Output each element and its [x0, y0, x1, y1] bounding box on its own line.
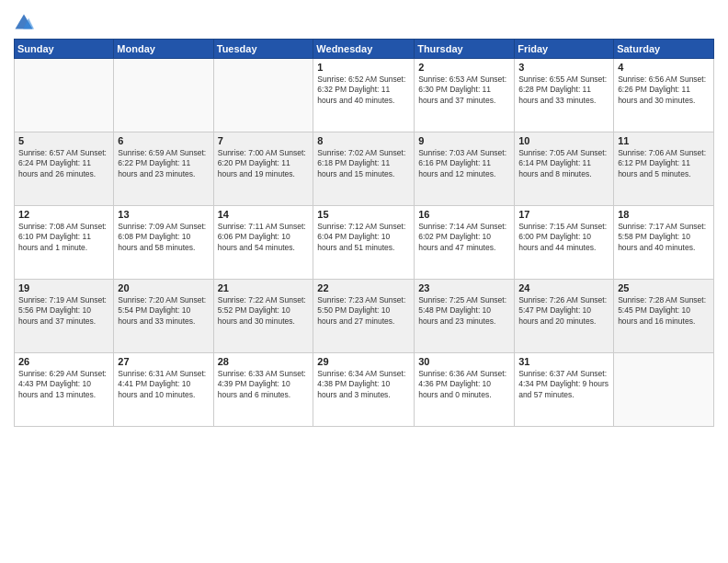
- day-number: 22: [317, 282, 410, 293]
- logo-icon: [14, 13, 34, 33]
- day-number: 18: [618, 209, 710, 220]
- table-row: [213, 59, 313, 132]
- day-number: 4: [618, 62, 710, 73]
- table-row: 21Sunrise: 7:22 AM Sunset: 5:52 PM Dayli…: [213, 280, 313, 353]
- day-number: 11: [618, 135, 710, 146]
- calendar-row-2: 12Sunrise: 7:08 AM Sunset: 6:10 PM Dayli…: [15, 206, 714, 280]
- day-info: Sunrise: 6:56 AM Sunset: 6:26 PM Dayligh…: [618, 75, 710, 106]
- weekday-header-row: SundayMondayTuesdayWednesdayThursdayFrid…: [15, 40, 714, 59]
- table-row: 1Sunrise: 6:52 AM Sunset: 6:32 PM Daylig…: [313, 59, 415, 132]
- weekday-header-thursday: Thursday: [415, 40, 515, 59]
- day-info: Sunrise: 6:34 AM Sunset: 4:38 PM Dayligh…: [317, 369, 410, 400]
- table-row: 24Sunrise: 7:26 AM Sunset: 5:47 PM Dayli…: [515, 280, 614, 353]
- table-row: [15, 59, 114, 132]
- day-number: 27: [118, 356, 209, 367]
- table-row: 12Sunrise: 7:08 AM Sunset: 6:10 PM Dayli…: [15, 206, 114, 280]
- day-number: 24: [518, 282, 609, 293]
- weekday-header-monday: Monday: [114, 40, 213, 59]
- table-row: 26Sunrise: 6:29 AM Sunset: 4:43 PM Dayli…: [15, 353, 114, 427]
- day-number: 28: [218, 356, 310, 367]
- day-info: Sunrise: 7:03 AM Sunset: 6:16 PM Dayligh…: [418, 148, 510, 179]
- weekday-header-saturday: Saturday: [614, 40, 714, 59]
- day-number: 12: [18, 209, 109, 220]
- day-number: 31: [518, 356, 609, 367]
- day-info: Sunrise: 6:36 AM Sunset: 4:36 PM Dayligh…: [418, 369, 510, 400]
- day-number: 2: [418, 62, 510, 73]
- day-number: 23: [418, 282, 510, 293]
- table-row: 31Sunrise: 6:37 AM Sunset: 4:34 PM Dayli…: [515, 353, 614, 427]
- day-info: Sunrise: 6:31 AM Sunset: 4:41 PM Dayligh…: [118, 369, 209, 400]
- day-info: Sunrise: 6:55 AM Sunset: 6:28 PM Dayligh…: [518, 75, 609, 106]
- day-info: Sunrise: 7:09 AM Sunset: 6:08 PM Dayligh…: [118, 222, 209, 253]
- table-row: 23Sunrise: 7:25 AM Sunset: 5:48 PM Dayli…: [415, 280, 515, 353]
- weekday-header-wednesday: Wednesday: [313, 40, 415, 59]
- table-row: 6Sunrise: 6:59 AM Sunset: 6:22 PM Daylig…: [114, 132, 213, 206]
- table-row: [114, 59, 213, 132]
- table-row: 7Sunrise: 7:00 AM Sunset: 6:20 PM Daylig…: [213, 132, 313, 206]
- table-row: 28Sunrise: 6:33 AM Sunset: 4:39 PM Dayli…: [213, 353, 313, 427]
- table-row: 8Sunrise: 7:02 AM Sunset: 6:18 PM Daylig…: [313, 132, 415, 206]
- weekday-header-tuesday: Tuesday: [213, 40, 313, 59]
- day-number: 21: [218, 282, 310, 293]
- day-number: 19: [18, 282, 109, 293]
- day-number: 29: [317, 356, 410, 367]
- day-info: Sunrise: 7:28 AM Sunset: 5:45 PM Dayligh…: [618, 295, 710, 327]
- weekday-header-sunday: Sunday: [15, 40, 114, 59]
- day-number: 30: [418, 356, 510, 367]
- day-info: Sunrise: 6:57 AM Sunset: 6:24 PM Dayligh…: [18, 148, 109, 179]
- day-info: Sunrise: 6:37 AM Sunset: 4:34 PM Dayligh…: [518, 369, 609, 400]
- day-info: Sunrise: 6:53 AM Sunset: 6:30 PM Dayligh…: [418, 75, 510, 106]
- table-row: 29Sunrise: 6:34 AM Sunset: 4:38 PM Dayli…: [313, 353, 415, 427]
- calendar-row-3: 19Sunrise: 7:19 AM Sunset: 5:56 PM Dayli…: [15, 280, 714, 353]
- day-info: Sunrise: 7:19 AM Sunset: 5:56 PM Dayligh…: [18, 295, 109, 327]
- day-info: Sunrise: 7:20 AM Sunset: 5:54 PM Dayligh…: [118, 295, 209, 327]
- table-row: 3Sunrise: 6:55 AM Sunset: 6:28 PM Daylig…: [515, 59, 614, 132]
- day-number: 5: [18, 135, 109, 146]
- day-number: 6: [118, 135, 209, 146]
- day-info: Sunrise: 7:23 AM Sunset: 5:50 PM Dayligh…: [317, 295, 410, 327]
- table-row: 20Sunrise: 7:20 AM Sunset: 5:54 PM Dayli…: [114, 280, 213, 353]
- day-info: Sunrise: 7:02 AM Sunset: 6:18 PM Dayligh…: [317, 148, 410, 179]
- day-info: Sunrise: 6:29 AM Sunset: 4:43 PM Dayligh…: [18, 369, 109, 400]
- day-info: Sunrise: 7:15 AM Sunset: 6:00 PM Dayligh…: [518, 222, 609, 253]
- table-row: 4Sunrise: 6:56 AM Sunset: 6:26 PM Daylig…: [614, 59, 714, 132]
- day-number: 20: [118, 282, 209, 293]
- day-info: Sunrise: 7:25 AM Sunset: 5:48 PM Dayligh…: [418, 295, 510, 327]
- table-row: 2Sunrise: 6:53 AM Sunset: 6:30 PM Daylig…: [415, 59, 515, 132]
- table-row: 13Sunrise: 7:09 AM Sunset: 6:08 PM Dayli…: [114, 206, 213, 280]
- table-row: 11Sunrise: 7:06 AM Sunset: 6:12 PM Dayli…: [614, 132, 714, 206]
- table-row: 30Sunrise: 6:36 AM Sunset: 4:36 PM Dayli…: [415, 353, 515, 427]
- day-info: Sunrise: 6:59 AM Sunset: 6:22 PM Dayligh…: [118, 148, 209, 179]
- table-row: 27Sunrise: 6:31 AM Sunset: 4:41 PM Dayli…: [114, 353, 213, 427]
- day-number: 7: [218, 135, 310, 146]
- day-info: Sunrise: 7:12 AM Sunset: 6:04 PM Dayligh…: [317, 222, 410, 253]
- day-number: 17: [518, 209, 609, 220]
- day-info: Sunrise: 7:08 AM Sunset: 6:10 PM Dayligh…: [18, 222, 109, 253]
- table-row: 14Sunrise: 7:11 AM Sunset: 6:06 PM Dayli…: [213, 206, 313, 280]
- day-info: Sunrise: 7:26 AM Sunset: 5:47 PM Dayligh…: [518, 295, 609, 327]
- table-row: 9Sunrise: 7:03 AM Sunset: 6:16 PM Daylig…: [415, 132, 515, 206]
- calendar-row-1: 5Sunrise: 6:57 AM Sunset: 6:24 PM Daylig…: [15, 132, 714, 206]
- calendar-row-4: 26Sunrise: 6:29 AM Sunset: 4:43 PM Dayli…: [15, 353, 714, 427]
- table-row: 16Sunrise: 7:14 AM Sunset: 6:02 PM Dayli…: [415, 206, 515, 280]
- day-number: 14: [218, 209, 310, 220]
- page: SundayMondayTuesdayWednesdayThursdayFrid…: [0, 0, 728, 563]
- day-number: 15: [317, 209, 410, 220]
- day-info: Sunrise: 7:05 AM Sunset: 6:14 PM Dayligh…: [518, 148, 609, 179]
- table-row: 10Sunrise: 7:05 AM Sunset: 6:14 PM Dayli…: [515, 132, 614, 206]
- table-row: 25Sunrise: 7:28 AM Sunset: 5:45 PM Dayli…: [614, 280, 714, 353]
- day-info: Sunrise: 7:11 AM Sunset: 6:06 PM Dayligh…: [218, 222, 310, 253]
- day-info: Sunrise: 7:22 AM Sunset: 5:52 PM Dayligh…: [218, 295, 310, 327]
- day-info: Sunrise: 6:52 AM Sunset: 6:32 PM Dayligh…: [317, 75, 410, 106]
- day-number: 13: [118, 209, 209, 220]
- day-number: 10: [518, 135, 609, 146]
- day-number: 16: [418, 209, 510, 220]
- day-number: 1: [317, 62, 410, 73]
- header: [14, 9, 714, 33]
- day-number: 3: [518, 62, 609, 73]
- table-row: [614, 353, 714, 427]
- table-row: 15Sunrise: 7:12 AM Sunset: 6:04 PM Dayli…: [313, 206, 415, 280]
- table-row: 17Sunrise: 7:15 AM Sunset: 6:00 PM Dayli…: [515, 206, 614, 280]
- weekday-header-friday: Friday: [515, 40, 614, 59]
- day-number: 25: [618, 282, 710, 293]
